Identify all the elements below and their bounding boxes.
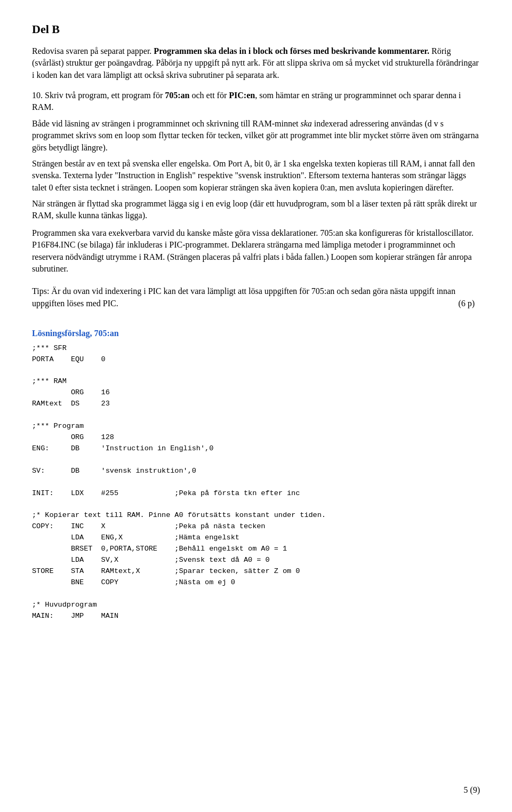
code-porta: PORTA EQU 0 xyxy=(32,355,106,363)
task-body-3: När strängen är flyttad ska programmet l… xyxy=(32,198,480,222)
code-main-comment: ;* Huvudprogram xyxy=(32,601,97,609)
section-title: Del B xyxy=(32,21,480,38)
code-eng-db: ENG: DB 'Instruction in English',0 xyxy=(32,444,213,452)
code-ram-comment: ;*** RAM xyxy=(32,377,67,385)
page-number: 5 (9) xyxy=(463,784,480,796)
code-init-ldx: INIT: LDX #255 ;Peka på första tkn efter… xyxy=(32,489,300,497)
intro-paragraph: Redovisa svaren på separat papper. Progr… xyxy=(32,45,480,81)
code-bne: BNE COPY ;Nästa om ej 0 xyxy=(32,578,235,586)
code-brset: BRSET 0,PORTA,STORE ;Behåll engelskt om … xyxy=(32,545,287,553)
code-sv-db: SV: DB 'svensk instruktion',0 xyxy=(32,467,196,475)
solution-header: Lösningsförslag, 705:an xyxy=(32,328,480,339)
intro-text: Redovisa svaren på separat papper. Progr… xyxy=(32,46,479,79)
code-store-sta: STORE STA RAMtext,X ;Sparar tecken, sätt… xyxy=(32,567,300,575)
code-block: ;*** SFR PORTA EQU 0 ;*** RAM ORG 16 RAM… xyxy=(32,343,480,622)
code-program-comment: ;*** Program xyxy=(32,422,84,430)
task-body-text-3: När strängen är flyttad ska programmet l… xyxy=(32,199,477,220)
code-org-128: ORG 128 xyxy=(32,433,114,441)
task-body-4: Programmen ska vara exekverbara varvid d… xyxy=(32,227,480,275)
task-description-1: Skriv två program, ett program för 705:a… xyxy=(32,91,461,112)
code-ramtext: RAMtext DS 23 xyxy=(32,400,110,408)
task-body-1: Både vid läsning av strängen i programmi… xyxy=(32,118,480,154)
code-copy-inc: COPY: INC X ;Peka på nästa tecken xyxy=(32,522,265,530)
code-sfr-comment: ;*** SFR xyxy=(32,344,67,352)
code-copy-comment: ;* Kopierar text till RAM. Pinne A0 föru… xyxy=(32,511,326,519)
tips-text: Tips: Är du ovan vid indexering i PIC ka… xyxy=(32,286,455,307)
task-body-text-4: Programmen ska vara exekverbara varvid d… xyxy=(32,228,474,273)
code-main-jmp: MAIN: JMP MAIN xyxy=(32,612,118,620)
code-lda-sv: LDA SV,X ;Svensk text då A0 = 0 xyxy=(32,556,270,564)
task-number-label: 10. xyxy=(32,91,43,100)
task-body-2: Strängen består av en text på svenska el… xyxy=(32,158,480,194)
task-body-text-2: Strängen består av en text på svenska el… xyxy=(32,159,475,192)
code-lda-eng: LDA ENG,X ;Hämta engelskt xyxy=(32,534,239,542)
points-label: (6 p) xyxy=(458,298,475,309)
code-org-16: ORG 16 xyxy=(32,388,110,396)
tips-block: Tips: Är du ovan vid indexering i PIC ka… xyxy=(32,285,480,309)
task-body-text-1: Både vid läsning av strängen i programmi… xyxy=(32,119,479,152)
task-number: 10. Skriv två program, ett program för 7… xyxy=(32,90,480,114)
